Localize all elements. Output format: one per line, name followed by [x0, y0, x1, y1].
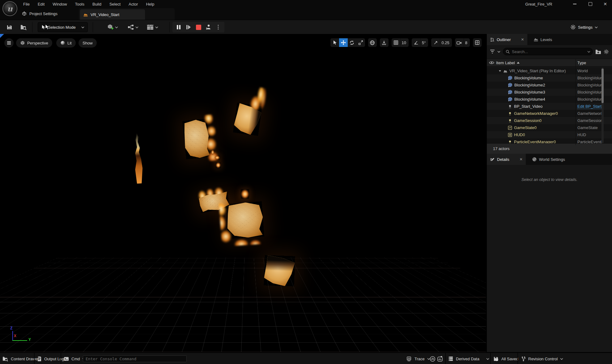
viewport-menu-button[interactable] [4, 38, 14, 48]
grid-snap-button[interactable] [392, 38, 400, 47]
ember-1[interactable] [211, 150, 214, 155]
eject-possess-button[interactable] [203, 23, 213, 32]
insights-session-button[interactable] [430, 353, 436, 364]
toolbar-separator [169, 22, 170, 32]
trace-dropdown[interactable]: Trace [407, 353, 430, 364]
pause-button[interactable] [174, 23, 184, 32]
world-space-button[interactable] [368, 38, 377, 47]
asset-tab-vr-video-start[interactable]: VR_Video_Start [80, 9, 145, 20]
burning-page-upper[interactable] [182, 119, 211, 159]
browse-content-button[interactable] [19, 22, 28, 32]
menu-select[interactable]: Select [105, 0, 125, 8]
outliner-settings-gear-icon[interactable] [604, 49, 609, 54]
save-button[interactable] [4, 22, 14, 32]
level-viewport[interactable]: Perspective Lit Show 10 [0, 34, 486, 352]
stop-button[interactable] [193, 23, 203, 32]
burning-page-large[interactable] [226, 201, 264, 239]
tab-levels[interactable]: Levels [530, 34, 555, 45]
settings-dropdown[interactable]: Settings [570, 22, 598, 32]
rotate-tool-button[interactable] [348, 38, 356, 47]
revision-control-dropdown[interactable]: Revision Control [521, 353, 563, 364]
trace-icon [407, 357, 412, 361]
outliner-row[interactable]: BlockingVolumeBlockingVolume [487, 74, 612, 82]
lit-dropdown[interactable]: Lit [56, 38, 76, 48]
unreal-logo[interactable]: u [2, 1, 17, 16]
chevron-down-icon[interactable] [587, 51, 590, 53]
menu-window[interactable]: Window [49, 0, 71, 8]
outliner-row[interactable]: GameSession0GameSession [487, 117, 612, 124]
minimize-button[interactable] [570, 1, 579, 7]
column-divider[interactable] [576, 59, 576, 145]
menu-actor[interactable]: Actor [125, 0, 142, 8]
output-log-button[interactable]: Output Log [37, 353, 64, 364]
outliner-row[interactable]: BlockingVolume3BlockingVolume [487, 89, 612, 96]
play-options-button[interactable] [213, 23, 223, 32]
close-button[interactable]: ✕ [601, 1, 610, 7]
visibility-column[interactable] [487, 61, 496, 65]
cmd-dropdown[interactable]: Cmd [64, 353, 85, 364]
tab-details[interactable]: Details ✕ [487, 154, 526, 165]
move-tool-button[interactable] [339, 38, 348, 47]
angle-snap-button[interactable] [412, 38, 420, 47]
close-tab-icon[interactable]: ✕ [521, 37, 524, 42]
surface-snap-icon [381, 40, 387, 45]
statusbar-separator [517, 353, 518, 364]
menu-help[interactable]: Help [142, 0, 158, 8]
outliner-row[interactable]: BlockingVolume2BlockingVolume [487, 82, 612, 89]
project-settings-button[interactable]: Project Settings [20, 10, 59, 18]
angle-snap-value[interactable]: 5° [420, 38, 428, 47]
charred-page[interactable] [264, 255, 295, 286]
tab-world-settings[interactable]: World Settings [529, 154, 568, 165]
tab-outliner[interactable]: Outliner ✕ [487, 34, 527, 45]
perspective-dropdown[interactable]: Perspective [16, 38, 52, 48]
flame-streak[interactable] [133, 132, 145, 184]
camera-speed-value[interactable]: 8 [464, 38, 470, 47]
scale-snap-button[interactable] [431, 38, 440, 47]
outliner-row[interactable]: VR_Video_Start (Play In Editor)World [487, 67, 612, 74]
ember-3[interactable] [216, 162, 221, 168]
close-tab-icon[interactable]: ✕ [520, 157, 523, 161]
burning-page-right[interactable] [233, 103, 262, 136]
scale-snap-value[interactable]: 0.25 [440, 38, 452, 47]
grid-snap-value[interactable]: 10 [400, 38, 409, 47]
select-tool-button[interactable] [330, 38, 339, 47]
outliner-scrollbar-thumb[interactable] [601, 69, 604, 103]
outliner-row[interactable]: HUD0HUD [487, 131, 612, 138]
outliner-row[interactable]: GameState0GameState [487, 124, 612, 131]
actor-label: GameSession0 [514, 118, 542, 123]
menu-build[interactable]: Build [88, 0, 105, 8]
scale-tool-button[interactable] [356, 38, 365, 47]
console-command-input[interactable] [83, 355, 187, 362]
menu-edit[interactable]: Edit [34, 0, 49, 8]
camera-speed-button[interactable] [455, 38, 464, 47]
surface-snap-button[interactable] [380, 38, 389, 47]
outliner-row[interactable]: BP_Start_VideoEdit BP_Start_Video [487, 103, 612, 110]
new-folder-icon[interactable] [595, 49, 601, 54]
edit-blueprint-link[interactable]: Edit BP_Start_Video [577, 104, 602, 109]
maximize-button[interactable] [586, 1, 595, 7]
outliner-row[interactable]: GameNetworkManager0GameNetworkManager [487, 110, 612, 117]
content-drawer-button[interactable]: Content Drawer [2, 353, 39, 364]
folder-search-icon [20, 24, 27, 30]
ember-4[interactable] [241, 189, 249, 199]
menu-file[interactable]: File [19, 0, 34, 8]
outliner-row[interactable]: BlockingVolume4BlockingVolume [487, 96, 612, 103]
ember-2[interactable] [215, 156, 220, 160]
frame-skip-button[interactable] [184, 23, 193, 32]
chevron-down-icon[interactable] [497, 51, 500, 53]
outliner-search-input[interactable] [503, 48, 593, 55]
quad-view-button[interactable] [473, 38, 482, 47]
add-actor-dropdown[interactable] [106, 22, 119, 32]
outliner-row[interactable]: ParticleEventManager0ParticleEventManage… [487, 138, 612, 143]
outliner-column-header: Item Label Type [487, 59, 612, 67]
all-saved-button[interactable]: All Saved [493, 353, 518, 364]
item-label-column-header[interactable]: Item Label [496, 61, 520, 65]
type-column-header[interactable]: Type [577, 61, 586, 65]
show-dropdown[interactable]: Show [79, 38, 97, 48]
derived-data-dropdown[interactable]: Derived Data [448, 353, 489, 364]
cinematics-dropdown[interactable] [145, 22, 159, 32]
insights-snapshot-button[interactable] [437, 353, 443, 364]
menu-tools[interactable]: Tools [71, 0, 88, 8]
blueprints-dropdown[interactable] [126, 22, 140, 32]
expand-caret-icon[interactable] [499, 69, 501, 72]
